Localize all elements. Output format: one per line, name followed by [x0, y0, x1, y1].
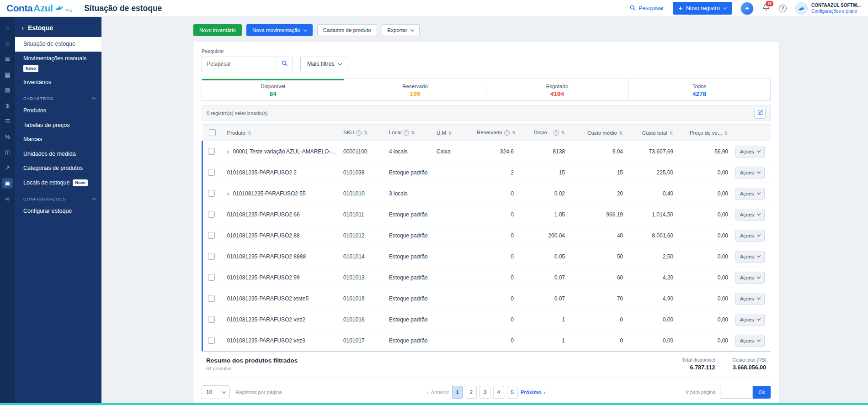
expand-row-icon[interactable]: ›: [227, 190, 229, 197]
row-checkbox[interactable]: [208, 274, 215, 281]
home-icon[interactable]: ⌂: [2, 23, 13, 33]
sidebar-item-marcas[interactable]: Marcas: [15, 132, 101, 147]
sidebar-item-tabelas-de-precos[interactable]: Tabelas de preços: [15, 118, 101, 133]
row-actions-button[interactable]: Ações: [735, 209, 765, 221]
export-button[interactable]: Exportar: [382, 24, 420, 36]
bank-icon[interactable]: ▦: [2, 85, 13, 95]
row-actions-button[interactable]: Ações: [735, 335, 765, 347]
next-page-button[interactable]: Próximo ›: [521, 389, 546, 395]
help-icon[interactable]: ?: [504, 130, 510, 136]
cell-produto: ›0101081235-PARAFUSO2 55: [224, 183, 340, 204]
select-all-cell: [202, 125, 224, 141]
row-actions-button[interactable]: Ações: [735, 188, 765, 200]
cell-value: 60: [617, 274, 623, 281]
chart-icon[interactable]: ↗: [2, 163, 13, 173]
row-checkbox[interactable]: [208, 295, 215, 302]
row-actions-button[interactable]: Ações: [735, 314, 765, 326]
page-button-5[interactable]: 5: [507, 386, 518, 399]
sidebar-item-configurar-estoque[interactable]: Configurar estoque: [15, 204, 101, 219]
tab-reservado[interactable]: Reservado199: [344, 79, 486, 100]
page-button-4[interactable]: 4: [493, 386, 504, 399]
contaazul-logo[interactable]: ContaAzul Pro: [6, 3, 72, 14]
links-icon[interactable]: ∞: [2, 194, 13, 204]
sort-icon[interactable]: ⇅: [670, 131, 673, 136]
row-actions-button[interactable]: Ações: [735, 146, 765, 158]
sidebar-item-locais-de-estoque[interactable]: Locais de estoqueNovo: [15, 176, 101, 190]
payments-icon[interactable]: ▤: [2, 69, 13, 80]
sort-icon[interactable]: ⇅: [364, 130, 367, 135]
new-movement-button[interactable]: Nova movimentação: [246, 24, 313, 36]
sort-icon[interactable]: ⇅: [248, 131, 251, 136]
sort-icon[interactable]: ⇅: [512, 130, 516, 135]
cell-local: 4 locais: [385, 141, 433, 162]
help-icon[interactable]: ?: [356, 130, 362, 136]
new-record-button[interactable]: + Novo registro: [673, 2, 733, 15]
sidebar-item-movimentacoes-manuais[interactable]: Movimentações manuaisNovo: [15, 52, 101, 75]
sort-icon[interactable]: ⇅: [561, 130, 565, 135]
row-checkbox[interactable]: [208, 337, 215, 344]
sidebar-section-cadastros[interactable]: CADASTROS: [15, 89, 101, 104]
goto-page-input[interactable]: [720, 386, 753, 399]
account-menu[interactable]: CONTAAZUL SOFTW... Configurações e plano: [795, 2, 861, 15]
sidebar-item-label: Tabelas de preços: [23, 121, 69, 130]
row-actions-button[interactable]: Ações: [735, 293, 765, 305]
row-checkbox[interactable]: [208, 211, 215, 218]
sidebar-item-unidades-de-medida[interactable]: Unidades de medida: [15, 147, 101, 162]
star-icon[interactable]: ☆: [2, 38, 13, 49]
row-actions-button[interactable]: Ações: [735, 167, 765, 179]
messages-icon[interactable]: ✉: [2, 54, 13, 64]
cell-value: 0: [511, 337, 514, 344]
help-icon[interactable]: ?: [554, 130, 559, 136]
expand-row-icon[interactable]: ›: [227, 148, 229, 155]
row-actions-button[interactable]: Ações: [735, 251, 765, 263]
page-button-3[interactable]: 3: [479, 386, 490, 399]
select-all-checkbox[interactable]: [209, 129, 216, 136]
sort-icon[interactable]: ⇅: [619, 131, 623, 136]
sort-icon[interactable]: ⇅: [411, 130, 415, 135]
search-submit-button[interactable]: [276, 57, 293, 71]
sidebar-back-header[interactable]: ‹ Estoque: [15, 19, 101, 37]
row-actions-button[interactable]: Ações: [735, 272, 765, 284]
notifications-button[interactable]: 99: [762, 3, 770, 13]
stock-icon[interactable]: ▣: [2, 178, 13, 189]
sidebar-menu: Situação de estoqueMovimentações manuais…: [15, 37, 101, 219]
sidebar-item-produtos[interactable]: Produtos: [15, 104, 101, 118]
sidebar-item-categorias-de-produtos[interactable]: Categorias de produtos: [15, 161, 101, 176]
sidebar-item-situacao-de-estoque[interactable]: Situação de estoque: [15, 37, 101, 52]
row-checkbox[interactable]: [208, 253, 215, 260]
tab-esgotado[interactable]: Esgotado4194: [486, 79, 628, 100]
sort-icon[interactable]: ⇅: [724, 131, 728, 136]
row-checkbox[interactable]: [208, 316, 215, 323]
edit-columns-button[interactable]: [754, 108, 766, 119]
tab-disponivel[interactable]: Disponível84: [202, 79, 344, 100]
goto-page-ok-button[interactable]: Ok: [753, 386, 771, 399]
per-page-select[interactable]: 10: [202, 385, 230, 399]
sidebar-section-configuracoes[interactable]: CONFIGURAÇÕES: [15, 190, 101, 204]
sidebar-item-inventarios[interactable]: Inventários: [15, 75, 101, 90]
search-input[interactable]: [202, 57, 276, 71]
row-checkbox[interactable]: [208, 190, 215, 197]
page-button-1[interactable]: 1: [452, 386, 463, 399]
previous-page-button[interactable]: ‹ Anterior: [427, 389, 449, 395]
page-button-2[interactable]: 2: [466, 386, 477, 399]
row-checkbox[interactable]: [208, 232, 215, 239]
products-icon[interactable]: ◫: [2, 147, 13, 158]
sort-icon[interactable]: ⇅: [448, 131, 452, 136]
tab-todos[interactable]: Todos4278: [628, 79, 770, 100]
help-button[interactable]: ?: [779, 5, 787, 12]
sidebar-item-label: Produtos: [23, 107, 46, 115]
row-actions-button[interactable]: Ações: [735, 230, 765, 242]
sales-icon[interactable]: $: [2, 100, 13, 111]
purchases-icon[interactable]: ☰: [2, 116, 13, 126]
row-checkbox[interactable]: [208, 148, 215, 155]
product-registration-button[interactable]: Cadastro de produto: [317, 24, 377, 36]
account-settings-link[interactable]: Configurações e plano: [811, 8, 861, 14]
ai-assistant-button[interactable]: ✦: [741, 2, 753, 15]
row-checkbox[interactable]: [208, 169, 215, 176]
more-filters-button[interactable]: Mais filtros: [300, 57, 348, 71]
global-search-link[interactable]: Pesquisar: [629, 5, 664, 12]
new-inventory-button[interactable]: Novo inventário: [193, 24, 242, 36]
cell-reservado: 0: [473, 183, 517, 204]
reports-icon[interactable]: %: [2, 131, 13, 142]
help-icon[interactable]: ?: [404, 130, 409, 136]
